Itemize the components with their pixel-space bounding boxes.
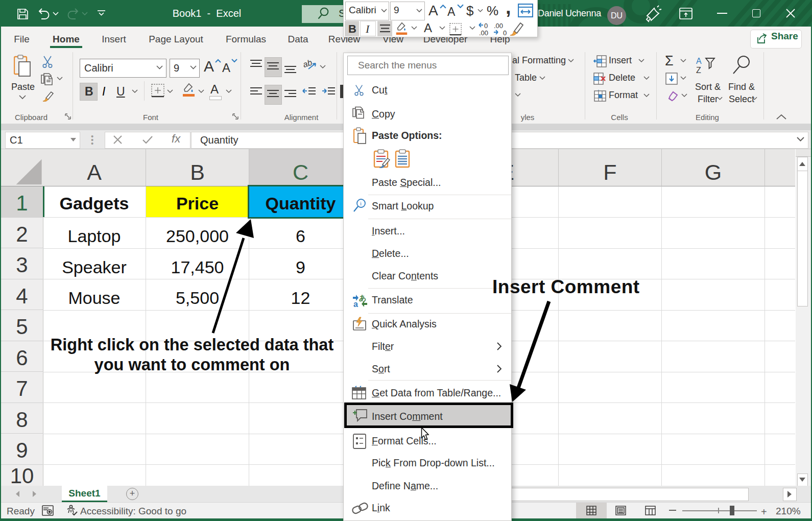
- svg-text:Z: Z: [696, 66, 701, 75]
- svg-text:ab: ab: [303, 59, 313, 69]
- svg-text:.00: .00: [494, 22, 503, 30]
- svg-text:0: 0: [503, 29, 507, 36]
- svg-text:.00: .00: [479, 29, 488, 36]
- svg-text:a: a: [353, 300, 358, 308]
- svg-text:A: A: [696, 57, 702, 65]
- svg-text:あ: あ: [359, 294, 366, 302]
- svg-text:i: i: [360, 200, 362, 206]
- svg-text:0: 0: [484, 22, 488, 30]
